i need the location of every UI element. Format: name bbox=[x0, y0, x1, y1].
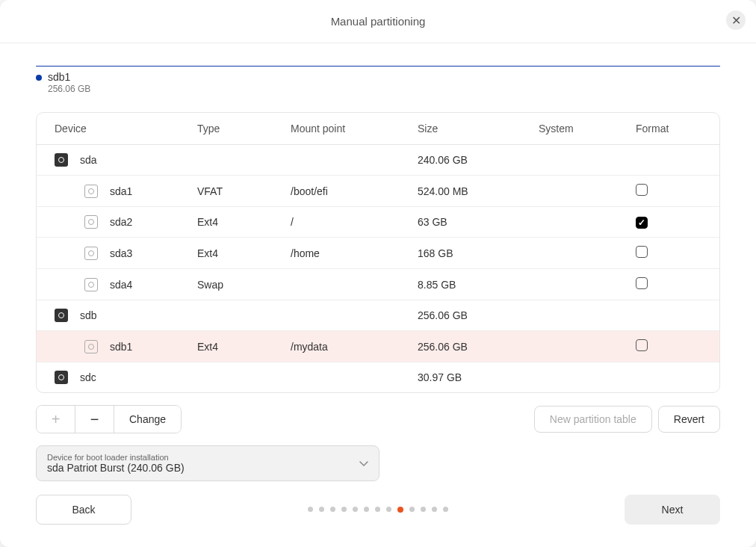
add-partition-button[interactable]: + bbox=[37, 406, 75, 433]
disk-legend: sdb1 256.06 GB bbox=[36, 70, 720, 96]
format-checkbox[interactable] bbox=[636, 184, 648, 196]
page-dot[interactable] bbox=[375, 507, 380, 512]
content-area: sdb1 256.06 GB Device Type Mount point S… bbox=[0, 43, 756, 481]
format-cell bbox=[636, 176, 719, 207]
close-icon: ✕ bbox=[731, 13, 741, 28]
page-dot[interactable] bbox=[353, 507, 358, 512]
bootloader-value: sda Patriot Burst (240.06 GB) bbox=[47, 462, 185, 474]
revert-button[interactable]: Revert bbox=[658, 406, 720, 433]
system-cell bbox=[539, 331, 636, 362]
bootloader-row: Device for boot loader installation sda … bbox=[36, 445, 720, 481]
bootloader-text: Device for boot loader installation sda … bbox=[47, 453, 185, 474]
table-row[interactable]: sdb1Ext4/mydata256.06 GB bbox=[37, 331, 719, 362]
size-cell: 8.85 GB bbox=[418, 269, 539, 300]
size-cell: 256.06 GB bbox=[418, 331, 539, 362]
format-checkbox[interactable] bbox=[636, 339, 648, 351]
page-title: Manual partitioning bbox=[331, 15, 426, 28]
size-cell: 30.97 GB bbox=[418, 362, 539, 393]
plus-icon: + bbox=[52, 411, 61, 428]
table-row[interactable]: sda240.06 GB bbox=[37, 145, 719, 176]
page-dot[interactable] bbox=[319, 507, 324, 512]
page-dot[interactable] bbox=[341, 507, 347, 512]
size-cell: 63 GB bbox=[418, 207, 539, 238]
bootloader-select[interactable]: Device for boot loader installation sda … bbox=[36, 445, 379, 481]
page-dot[interactable] bbox=[421, 507, 426, 512]
size-cell: 524.00 MB bbox=[418, 176, 539, 207]
table-row[interactable]: sdb256.06 GB bbox=[37, 300, 719, 331]
page-dot[interactable] bbox=[386, 507, 391, 512]
header-format: Format bbox=[636, 113, 719, 145]
back-button[interactable]: Back bbox=[36, 495, 131, 525]
toolbar-right: New partition table Revert bbox=[534, 406, 720, 433]
next-button[interactable]: Next bbox=[625, 495, 720, 525]
type-cell: VFAT bbox=[197, 176, 291, 207]
partition-icon bbox=[84, 215, 98, 229]
page-dot[interactable] bbox=[330, 507, 335, 512]
disk-icon bbox=[55, 371, 68, 384]
mount-cell bbox=[291, 145, 418, 176]
type-cell bbox=[197, 145, 291, 176]
revert-label: Revert bbox=[674, 413, 704, 425]
page-dot[interactable] bbox=[397, 507, 403, 513]
partition-icon bbox=[84, 340, 98, 353]
system-cell bbox=[539, 207, 636, 238]
new-partition-table-button[interactable]: New partition table bbox=[534, 406, 652, 433]
mount-cell: / bbox=[291, 207, 418, 238]
installer-window: Manual partitioning ✕ sdb1 256.06 GB Dev… bbox=[0, 0, 756, 547]
partition-button-group: + − Change bbox=[36, 405, 182, 433]
device-name: sda4 bbox=[110, 279, 132, 291]
change-partition-button[interactable]: Change bbox=[114, 406, 181, 433]
format-checkbox[interactable] bbox=[636, 217, 648, 229]
format-cell bbox=[636, 362, 719, 393]
mount-cell bbox=[291, 300, 418, 331]
table-row[interactable]: sdc30.97 GB bbox=[37, 362, 719, 393]
partition-table: Device Type Mount point Size System Form… bbox=[37, 113, 719, 392]
format-cell bbox=[636, 207, 719, 238]
mount-cell bbox=[291, 362, 418, 393]
size-cell: 168 GB bbox=[418, 238, 539, 269]
header-type: Type bbox=[197, 113, 291, 145]
partition-toolbar: + − Change New partition table Revert bbox=[36, 405, 720, 433]
remove-partition-button[interactable]: − bbox=[75, 406, 114, 433]
type-cell: Swap bbox=[197, 269, 291, 300]
bootloader-label: Device for boot loader installation bbox=[47, 453, 185, 462]
size-cell: 240.06 GB bbox=[418, 145, 539, 176]
page-dot[interactable] bbox=[308, 507, 313, 512]
page-dot[interactable] bbox=[443, 507, 448, 512]
size-cell: 256.06 GB bbox=[418, 300, 539, 331]
device-name: sdc bbox=[80, 371, 96, 383]
type-cell: Ext4 bbox=[197, 207, 291, 238]
new-table-label: New partition table bbox=[550, 413, 636, 425]
legend-dot-icon bbox=[36, 75, 42, 81]
page-dot[interactable] bbox=[409, 507, 415, 512]
header-system: System bbox=[539, 113, 636, 145]
page-dot[interactable] bbox=[432, 507, 437, 512]
device-name: sdb1 bbox=[110, 341, 132, 353]
footer: Back Next bbox=[0, 495, 756, 547]
legend-partition-size: 256.06 GB bbox=[48, 84, 90, 96]
format-checkbox[interactable] bbox=[636, 277, 648, 289]
header-mount: Mount point bbox=[291, 113, 418, 145]
type-cell: Ext4 bbox=[197, 331, 291, 362]
table-row[interactable]: sda3Ext4/home168 GB bbox=[37, 238, 719, 269]
format-cell bbox=[636, 238, 719, 269]
chevron-down-icon bbox=[359, 457, 368, 470]
mount-cell: /boot/efi bbox=[291, 176, 418, 207]
device-name: sda1 bbox=[110, 185, 132, 197]
type-cell bbox=[197, 300, 291, 331]
table-row[interactable]: sda1VFAT/boot/efi524.00 MB bbox=[37, 176, 719, 207]
format-checkbox[interactable] bbox=[636, 246, 648, 258]
partition-icon bbox=[84, 278, 98, 291]
close-button[interactable]: ✕ bbox=[726, 10, 746, 30]
device-name: sda3 bbox=[110, 247, 132, 259]
system-cell bbox=[539, 300, 636, 331]
page-dot[interactable] bbox=[364, 507, 369, 512]
table-row[interactable]: sda4Swap8.85 GB bbox=[37, 269, 719, 300]
system-cell bbox=[539, 176, 636, 207]
next-label: Next bbox=[662, 504, 684, 516]
table-row[interactable]: sda2Ext4/63 GB bbox=[37, 207, 719, 238]
disk-icon bbox=[55, 309, 68, 322]
header-size: Size bbox=[418, 113, 539, 145]
change-label: Change bbox=[129, 413, 166, 425]
system-cell bbox=[539, 238, 636, 269]
